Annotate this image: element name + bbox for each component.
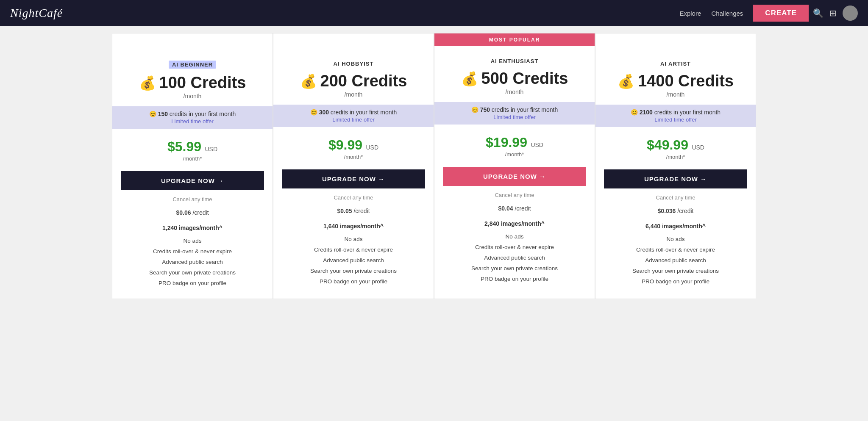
plan-card-enthusiast: MOST POPULAR AI ENTHUSIAST 💰 500 Credits…	[434, 33, 595, 299]
per-month: /month	[282, 91, 425, 98]
images-month: 1,240 images/month^	[162, 224, 223, 231]
offer-text: 😊 2100 credits in your first month	[601, 109, 751, 116]
offer-credits: 150	[158, 111, 168, 117]
plan-header: AI BEGINNER 💰 100 Credits /month	[112, 49, 273, 106]
offer-text: 😊 150 credits in your first month	[117, 111, 267, 117]
feature-item: Credits roll-over & never expire	[601, 244, 751, 255]
feature-item: Credits roll-over & never expire	[117, 246, 267, 257]
cancel-text: Cancel any time	[334, 194, 373, 201]
credit-rate: $0.05 /credit	[337, 208, 370, 214]
price-main: $9.99	[328, 137, 362, 152]
upgrade-button[interactable]: UPGRADE NOW →	[282, 169, 425, 188]
credit-rate: $0.036 /credit	[658, 208, 694, 214]
explore-link[interactable]: Explore	[679, 10, 701, 17]
feature-item: Search your own private creations	[601, 266, 751, 276]
rate-label: /credit	[192, 209, 209, 216]
rate-value: $0.05	[337, 208, 352, 214]
offer-credits: 2100	[640, 109, 653, 116]
search-icon[interactable]: 🔍	[813, 8, 823, 18]
offer-suffix: credits in your first month	[329, 109, 397, 116]
grid-icon[interactable]: ⊞	[829, 8, 837, 18]
plan-credits: 💰 100 Credits	[121, 74, 264, 92]
logo: NightCafé	[10, 6, 679, 20]
credits-value: 1400 Credits	[638, 72, 734, 90]
upgrade-button[interactable]: UPGRADE NOW →	[121, 171, 264, 190]
price-usd: USD	[366, 144, 378, 151]
price-main: $19.99	[486, 135, 527, 150]
plan-header: AI HOBBYIST 💰 200 Credits /month	[273, 49, 434, 105]
plan-name: AI ARTIST	[604, 61, 747, 67]
offer-banner: 😊 300 credits in your first month Limite…	[273, 105, 434, 127]
price-per-month: /month*	[121, 155, 264, 162]
feature-item: No ads	[440, 231, 590, 242]
price-section: $19.99 USD /month*	[434, 131, 595, 161]
cancel-text: Cancel any time	[495, 192, 534, 198]
content-area: AI BEGINNER 💰 100 Credits /month 😊 150 c…	[95, 33, 773, 316]
plan-card-beginner: AI BEGINNER 💰 100 Credits /month 😊 150 c…	[112, 33, 273, 299]
offer-suffix: credits in your first month	[168, 111, 236, 117]
offer-limited-text: Limited time offer	[440, 114, 590, 120]
price-usd: USD	[692, 144, 704, 151]
feature-item: PRO badge on your profile	[278, 276, 428, 287]
most-popular-banner: MOST POPULAR	[434, 33, 595, 46]
feature-item: No ads	[601, 234, 751, 244]
plan-card-artist: AI ARTIST 💰 1400 Credits /month 😊 2100 c…	[595, 33, 756, 299]
plan-credits: 💰 200 Credits	[282, 72, 425, 90]
offer-credits: 750	[480, 106, 490, 113]
credit-rate: $0.04 /credit	[498, 205, 531, 212]
rate-value: $0.04	[498, 205, 513, 212]
price-per-month: /month*	[443, 151, 586, 158]
feature-list: No adsCredits roll-over & never expireAd…	[434, 231, 595, 284]
plan-credits: 💰 1400 Credits	[604, 72, 747, 90]
feature-item: No ads	[117, 235, 267, 246]
avatar[interactable]	[843, 6, 858, 21]
offer-banner: 😊 150 credits in your first month Limite…	[112, 106, 273, 129]
feature-item: Advanced public search	[117, 257, 267, 267]
plan-header: AI ENTHUSIAST 💰 500 Credits /month	[434, 46, 595, 102]
challenges-link[interactable]: Challenges	[711, 10, 743, 17]
main-nav: Explore Challenges CREATE	[679, 5, 809, 22]
create-button[interactable]: CREATE	[753, 5, 809, 22]
per-month: /month	[443, 89, 586, 95]
money-bag-icon: 💰	[139, 75, 156, 91]
rate-label: /credit	[677, 208, 693, 214]
plan-credits: 💰 500 Credits	[443, 69, 586, 88]
plan-header: AI ARTIST 💰 1400 Credits /month	[595, 49, 756, 105]
plan-name: AI BEGINNER	[169, 61, 216, 69]
price-section: $5.99 USD /month*	[112, 136, 273, 165]
price-main: $5.99	[167, 139, 201, 154]
per-month: /month	[121, 93, 264, 100]
images-month: 6,440 images/month^	[645, 223, 706, 230]
offer-banner: 😊 2100 credits in your first month Limit…	[595, 105, 756, 127]
money-bag-icon: 💰	[300, 73, 317, 89]
feature-item: Search your own private creations	[278, 266, 428, 276]
offer-limited-text: Limited time offer	[278, 116, 428, 123]
rate-label: /credit	[515, 205, 531, 212]
upgrade-button[interactable]: UPGRADE NOW →	[443, 167, 586, 186]
plans-grid: AI BEGINNER 💰 100 Credits /month 😊 150 c…	[112, 33, 756, 299]
feature-item: Credits roll-over & never expire	[440, 242, 590, 252]
upgrade-button[interactable]: UPGRADE NOW →	[604, 169, 747, 188]
rate-label: /credit	[353, 208, 370, 214]
price-section: $49.99 USD /month*	[595, 134, 756, 163]
feature-item: Credits roll-over & never expire	[278, 244, 428, 255]
feature-item: Advanced public search	[601, 255, 751, 266]
price-usd: USD	[205, 146, 217, 152]
price-main: $49.99	[647, 137, 688, 152]
credits-value: 200 Credits	[320, 72, 407, 90]
credits-value: 500 Credits	[481, 69, 568, 88]
feature-item: No ads	[278, 234, 428, 244]
offer-credits: 300	[319, 109, 329, 116]
plan-name: AI ENTHUSIAST	[443, 58, 586, 64]
plan-name: AI HOBBYIST	[282, 61, 425, 67]
credits-value: 100 Credits	[159, 74, 246, 92]
rate-value: $0.036	[658, 208, 676, 214]
offer-suffix: credits in your first month	[653, 109, 721, 116]
price-section: $9.99 USD /month*	[273, 134, 434, 163]
offer-text: 😊 750 credits in your first month	[440, 106, 590, 113]
price-usd: USD	[531, 141, 543, 148]
credit-rate: $0.06 /credit	[176, 209, 209, 216]
offer-limited-text: Limited time offer	[601, 116, 751, 123]
offer-emoji: 😊	[631, 109, 638, 116]
offer-banner: 😊 750 credits in your first month Limite…	[434, 102, 595, 125]
